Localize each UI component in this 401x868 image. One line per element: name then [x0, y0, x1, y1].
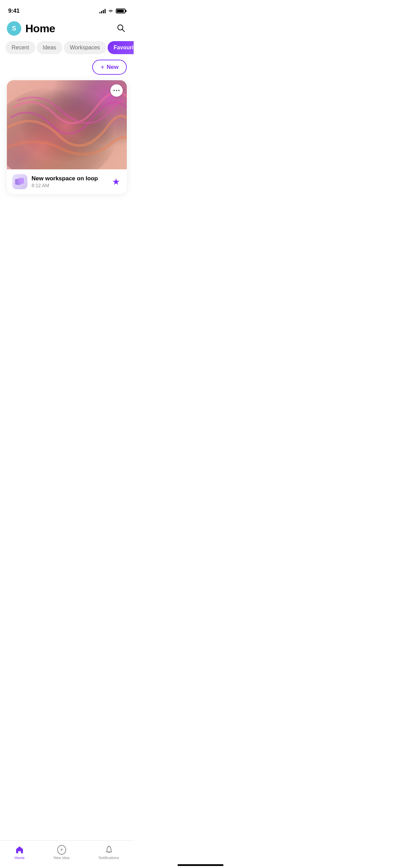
card-image: [7, 80, 127, 169]
new-button-label: New: [107, 64, 119, 71]
header-left: S Home: [7, 21, 55, 36]
page-header: S Home: [0, 17, 134, 41]
workspace-icon: [12, 174, 27, 189]
new-button[interactable]: + New: [92, 60, 127, 75]
wifi-icon: [108, 9, 114, 13]
avatar[interactable]: S: [7, 21, 21, 36]
card-text: New workspace on loop 8:12 AM: [32, 175, 98, 188]
tab-ideas[interactable]: Ideas: [37, 41, 62, 54]
status-time: 9:41: [8, 8, 20, 14]
workspace-card[interactable]: New workspace on loop 8:12 AM ★: [7, 80, 127, 194]
card-title: New workspace on loop: [32, 175, 98, 182]
star-button[interactable]: ★: [111, 175, 121, 189]
tab-favourites[interactable]: Favourites: [108, 41, 134, 54]
battery-icon: [116, 9, 125, 13]
page-title: Home: [25, 22, 55, 35]
search-icon: [117, 24, 125, 33]
search-button[interactable]: [115, 22, 127, 35]
svg-line-1: [122, 29, 125, 32]
signal-bars-icon: [99, 9, 106, 13]
svg-rect-7: [18, 178, 24, 184]
card-image-visual: [7, 80, 127, 169]
new-button-plus-icon: +: [100, 64, 105, 71]
card-info: New workspace on loop 8:12 AM ★: [7, 169, 127, 194]
status-bar: 9:41: [0, 0, 134, 17]
tab-recent[interactable]: Recent: [5, 41, 35, 54]
new-button-container: + New: [0, 60, 134, 80]
card-more-button[interactable]: [110, 84, 123, 97]
tab-workspaces[interactable]: Workspaces: [64, 41, 106, 54]
card-abstract-svg: [7, 80, 127, 169]
more-dots-icon: [113, 90, 120, 91]
tab-bar: Recent Ideas Workspaces Favourites: [0, 41, 134, 54]
card-time: 8:12 AM: [32, 183, 98, 188]
status-icons: [99, 9, 125, 13]
card-info-left: New workspace on loop 8:12 AM: [12, 174, 98, 189]
